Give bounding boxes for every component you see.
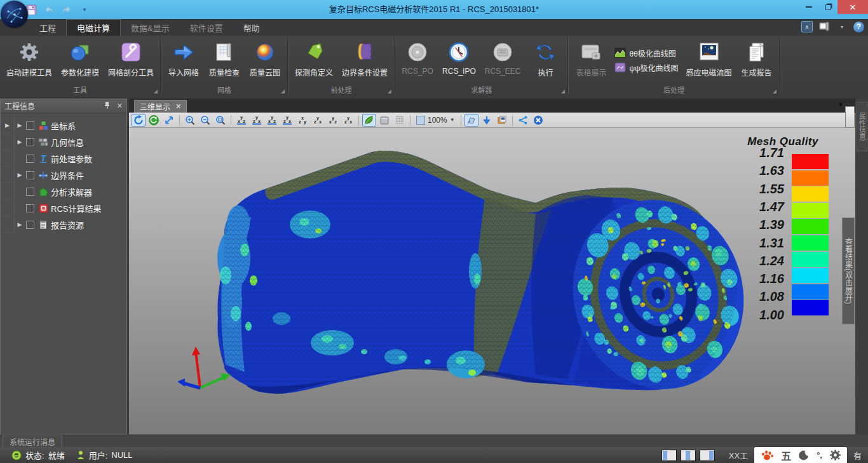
share-button[interactable] bbox=[516, 114, 530, 127]
viewport-3d[interactable]: Mesh Quality 1.711.631.551.471.391.311.2… bbox=[129, 128, 855, 434]
layout-right-icon[interactable] bbox=[700, 450, 715, 461]
right-scrollbar-thumb[interactable] bbox=[845, 106, 855, 128]
close-panel-icon[interactable]: ✕ bbox=[117, 102, 123, 110]
zoom-fit-button[interactable] bbox=[214, 114, 227, 127]
collapse-ribbon-icon[interactable]: ∧ bbox=[801, 21, 813, 32]
zoom-in-button[interactable] bbox=[183, 114, 197, 127]
zoom-dropdown-icon[interactable]: ▼ bbox=[450, 117, 455, 123]
ribbon-button[interactable]: 导入网格 bbox=[164, 38, 203, 83]
tree-item[interactable]: T前处理参数 bbox=[1, 150, 126, 167]
group-expand-icon[interactable] bbox=[561, 90, 565, 93]
menu-tab[interactable]: 工程 bbox=[29, 19, 66, 36]
ime-punct-toggle[interactable]: °, bbox=[817, 450, 822, 460]
ribbon: 启动建模工具参数化建模网格剖分工具工具导入网格质量检查质量云图网格探测角定义边界… bbox=[0, 36, 868, 95]
close-view-tab-icon[interactable]: ✕ bbox=[175, 102, 181, 111]
tree-item[interactable]: 分析求解器 bbox=[1, 183, 126, 200]
layout-left-icon[interactable] bbox=[661, 450, 677, 461]
menu-tab[interactable]: 帮助 bbox=[233, 19, 270, 36]
ribbon-button[interactable]: 感应电磁流图 bbox=[682, 38, 736, 83]
view-orientation-button[interactable]: yz x bbox=[341, 114, 355, 127]
zoom-out-button[interactable] bbox=[198, 114, 212, 127]
capture-button[interactable] bbox=[495, 114, 509, 127]
shaded-button[interactable] bbox=[377, 114, 391, 127]
tree-checkbox[interactable] bbox=[26, 171, 34, 179]
ribbon-button[interactable]: 参数化建模 bbox=[57, 38, 103, 83]
display-dropdown-icon[interactable]: ▾ bbox=[836, 20, 848, 33]
expand-arrow-icon[interactable]: ▶ bbox=[15, 221, 25, 228]
expand-arrow-icon[interactable]: ▶ bbox=[15, 139, 25, 145]
tree-checkbox[interactable] bbox=[26, 204, 34, 212]
tree-item[interactable]: RCS计算结果 bbox=[1, 200, 126, 216]
ribbon-button[interactable]: 边界条件设置 bbox=[338, 38, 391, 83]
ribbon-button[interactable]: RCS_IPO bbox=[438, 38, 480, 83]
tree-checkbox[interactable] bbox=[26, 121, 34, 130]
view-orientation-button[interactable]: yz x bbox=[311, 114, 325, 127]
ribbon-button[interactable]: 执行 bbox=[526, 38, 565, 83]
expand-arrow-icon[interactable]: ▶ bbox=[15, 122, 25, 128]
minimize-button[interactable] bbox=[799, 0, 818, 14]
ribbon-button[interactable]: 启动建模工具 bbox=[3, 38, 56, 83]
close-button[interactable]: ✕ bbox=[837, 0, 868, 14]
menu-tab[interactable]: 数据&显示 bbox=[121, 19, 180, 36]
tab-system-messages[interactable]: 系统运行消息 bbox=[3, 436, 62, 447]
rotate-button[interactable] bbox=[132, 114, 146, 127]
leaf-button[interactable] bbox=[362, 114, 376, 127]
tree-item[interactable]: ▶几何信息 bbox=[1, 134, 126, 150]
quality-check-icon bbox=[214, 39, 235, 66]
legend-value-label: 1.24 bbox=[759, 254, 784, 268]
execute-icon bbox=[534, 39, 556, 66]
tab-properties[interactable]: 属性信息 bbox=[857, 102, 867, 151]
view-orientation-button[interactable]: yx z bbox=[265, 114, 279, 127]
view-orientation-button[interactable]: yx z bbox=[234, 114, 248, 127]
ribbon-button[interactable]: 网格剖分工具 bbox=[104, 38, 158, 83]
tree-gutter bbox=[1, 216, 15, 233]
tab-list-dropdown-icon[interactable]: ▼ bbox=[837, 101, 844, 108]
pick-button[interactable] bbox=[465, 114, 478, 127]
wireframe-button[interactable] bbox=[393, 114, 407, 127]
view-orientation-button[interactable]: yz x bbox=[250, 114, 264, 127]
ime-moon-icon[interactable] bbox=[799, 450, 809, 460]
maximize-button[interactable] bbox=[818, 0, 837, 14]
ime-logo-paw-icon[interactable] bbox=[761, 450, 773, 461]
view-orientation-button[interactable]: yz x bbox=[280, 114, 294, 127]
tab-3d-display[interactable]: 三维显示 ✕ bbox=[134, 100, 187, 113]
tree-item[interactable]: ▶报告资源 bbox=[1, 216, 126, 233]
tab-view-results[interactable]: 查看结果(双击展开) bbox=[842, 218, 855, 324]
group-expand-icon[interactable] bbox=[773, 90, 776, 93]
cancel-button[interactable] bbox=[531, 114, 545, 127]
expand-arrow-icon[interactable]: ▶ bbox=[3, 122, 13, 128]
ime-mode-char[interactable]: 五 bbox=[781, 448, 791, 463]
tree-checkbox[interactable] bbox=[26, 138, 34, 146]
layout-center-icon[interactable] bbox=[681, 450, 696, 461]
tree-gutter bbox=[1, 134, 15, 150]
pin-icon[interactable] bbox=[104, 101, 111, 111]
group-expand-icon[interactable] bbox=[281, 90, 285, 93]
ribbon-button[interactable]: 探测角定义 bbox=[291, 38, 337, 83]
expand-arrow-icon[interactable]: ▶ bbox=[15, 172, 25, 178]
ime-toolbar[interactable]: 五 °, bbox=[754, 447, 847, 463]
pan-button[interactable] bbox=[162, 114, 176, 127]
tree-checkbox[interactable] bbox=[26, 155, 34, 163]
tree-item[interactable]: ▶▶坐标系 bbox=[1, 117, 126, 134]
display-mode-icon[interactable] bbox=[818, 20, 831, 33]
orbit-button[interactable] bbox=[147, 114, 161, 127]
menu-tab[interactable]: 电磁计算 bbox=[66, 19, 121, 36]
ribbon-button[interactable]: θθ极化曲线图 bbox=[614, 48, 678, 59]
group-expand-icon[interactable] bbox=[388, 90, 391, 93]
tree-checkbox[interactable] bbox=[26, 221, 34, 229]
tree-item[interactable]: ▶边界条件 bbox=[1, 167, 126, 183]
ime-settings-gear-icon[interactable] bbox=[830, 450, 841, 460]
tree-checkbox[interactable] bbox=[26, 188, 34, 196]
zoom-level-control[interactable]: 100%▼ bbox=[414, 116, 458, 125]
ribbon-button[interactable]: ψψ极化曲线图 bbox=[614, 62, 678, 73]
view-orientation-button[interactable]: yx z bbox=[326, 114, 340, 127]
ribbon-button[interactable]: 质量云图 bbox=[245, 38, 285, 83]
down-arrow-button[interactable] bbox=[480, 114, 494, 127]
view-orientation-button[interactable]: xz y bbox=[295, 114, 309, 127]
help-icon[interactable]: ? bbox=[853, 22, 864, 32]
app-logo[interactable] bbox=[1, 1, 28, 28]
group-expand-icon[interactable] bbox=[154, 90, 158, 93]
ribbon-button[interactable]: 生成报告 bbox=[737, 38, 776, 83]
menu-tab[interactable]: 软件设置 bbox=[180, 19, 233, 36]
ribbon-button[interactable]: 质量检查 bbox=[205, 38, 244, 83]
